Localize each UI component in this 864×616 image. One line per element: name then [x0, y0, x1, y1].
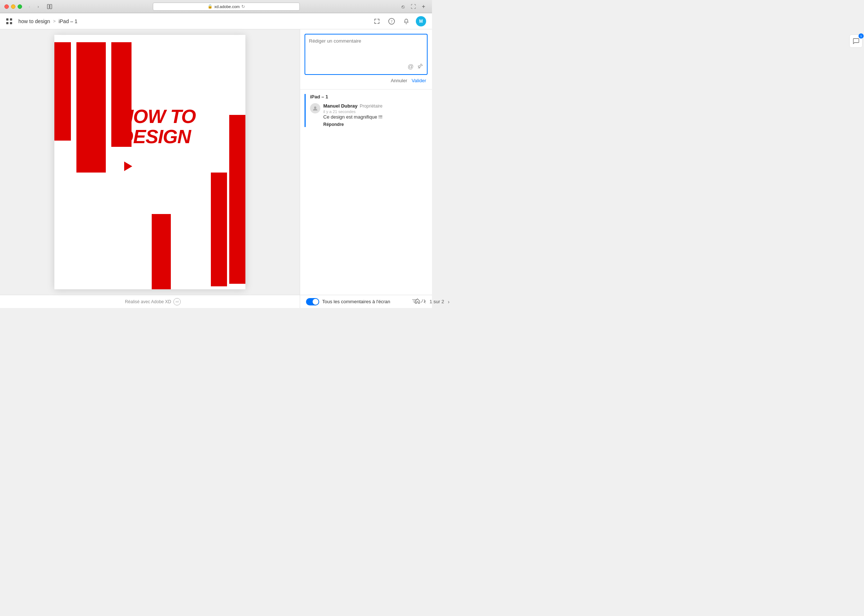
- lock-icon: 🔒: [208, 4, 213, 9]
- comment-time: il y a 21 secondes: [323, 109, 428, 114]
- comment-body: Manuel Dubray Propriétaire il y a 21 sec…: [323, 103, 428, 127]
- bottom-left-info: Réalisé avec Adobe XD xd: [119, 298, 181, 305]
- bottom-bar: Réalisé avec Adobe XD xd ‹ 1 sur 2 › Tou…: [0, 295, 432, 308]
- title-line2: DESIGN: [120, 127, 196, 147]
- cancel-button[interactable]: Annuler: [391, 78, 408, 83]
- app-header: how to design > iPad – 1 ? M: [0, 13, 432, 29]
- bell-button[interactable]: [401, 16, 411, 27]
- minimize-button[interactable]: [11, 5, 16, 9]
- comment-header: Manuel Dubray Propriétaire: [323, 103, 428, 108]
- comment-input-area: @ Annuler Valider: [300, 29, 432, 90]
- reply-button[interactable]: Répondre: [323, 122, 428, 127]
- address-bar[interactable]: 🔒 xd.adobe.com ↻: [153, 3, 300, 11]
- red-bar-1: [54, 42, 71, 141]
- validate-button[interactable]: Valider: [411, 78, 426, 83]
- maximize-button[interactable]: [17, 5, 22, 9]
- url-text: xd.adobe.com: [214, 5, 239, 9]
- commenter-avatar: [310, 103, 320, 113]
- grid-icon: [6, 18, 13, 25]
- comments-list: iPad – 1 Manuel Dubray Propriétaire: [300, 90, 432, 295]
- comment-author: Manuel Dubray: [323, 103, 357, 108]
- toggle-label: Tous les commentaires à l'écran: [306, 298, 390, 305]
- comment-item: Manuel Dubray Propriétaire il y a 21 sec…: [310, 103, 428, 127]
- svg-text:?: ?: [391, 19, 393, 24]
- svg-rect-1: [50, 5, 52, 9]
- prev-page-button[interactable]: ‹: [424, 299, 426, 305]
- breadcrumb-page[interactable]: iPad – 1: [58, 18, 77, 24]
- mention-button[interactable]: @: [408, 63, 414, 71]
- traffic-lights: [5, 5, 22, 9]
- red-bar-4: [229, 115, 246, 284]
- breadcrumb-project[interactable]: how to design: [18, 18, 50, 24]
- comment-submit-row: Annuler Valider: [305, 75, 428, 85]
- fullscreen-button[interactable]: ⛶: [409, 3, 417, 11]
- title-bar-right: ⎋ ⛶ +: [399, 3, 428, 11]
- canvas-area: HOW TO DESIGN: [0, 29, 300, 295]
- main-layout: HOW TO DESIGN @: [0, 29, 432, 295]
- comment-role: Propriétaire: [360, 104, 382, 108]
- comments-toggle[interactable]: [306, 298, 319, 305]
- user-avatar[interactable]: M: [416, 16, 426, 27]
- svg-point-9: [314, 107, 316, 108]
- new-tab-button[interactable]: +: [420, 3, 428, 11]
- svg-rect-2: [6, 18, 8, 20]
- home-button[interactable]: [414, 298, 420, 305]
- pin-button[interactable]: [417, 63, 423, 71]
- canvas-title: HOW TO DESIGN: [120, 107, 196, 146]
- forward-button[interactable]: ›: [35, 3, 42, 10]
- svg-rect-4: [6, 22, 8, 24]
- back-button[interactable]: ‹: [26, 3, 33, 10]
- page-info: 1 sur 2: [430, 299, 432, 304]
- share-button[interactable]: ⎋: [399, 3, 407, 11]
- title-bar: ‹ › 🔒 xd.adobe.com ↻ ⎋ ⛶ +: [0, 0, 432, 13]
- bottom-main: Réalisé avec Adobe XD xd ‹ 1 sur 2 ›: [0, 295, 300, 308]
- design-canvas: HOW TO DESIGN: [54, 35, 246, 289]
- svg-rect-3: [10, 18, 12, 20]
- header-right: ? M: [372, 16, 426, 27]
- comment-textarea-wrapper: @: [305, 34, 428, 75]
- red-bar-2: [76, 42, 106, 173]
- sidebar-toggle-button[interactable]: [46, 3, 54, 11]
- adobe-xd-logo-icon: xd: [173, 298, 181, 305]
- comment-text: Ce design est magnifique !!!: [323, 114, 428, 120]
- red-bar-5: [211, 173, 227, 286]
- expand-button[interactable]: [372, 16, 382, 27]
- svg-rect-5: [10, 22, 12, 24]
- title-line1: HOW TO: [120, 107, 196, 127]
- bottom-right-panel: Tous les commentaires à l'écran: [300, 295, 432, 308]
- made-with-label: Réalisé avec Adobe XD: [125, 299, 171, 304]
- section-label: iPad – 1: [310, 94, 428, 99]
- bottom-nav: ‹ 1 sur 2 ›: [414, 298, 432, 305]
- comment-section: iPad – 1 Manuel Dubray Propriétaire: [305, 94, 428, 127]
- svg-rect-0: [47, 5, 49, 9]
- toggle-knob: [313, 299, 318, 305]
- right-panel: @ Annuler Valider iPad – 1: [300, 29, 432, 295]
- close-button[interactable]: [5, 5, 9, 9]
- comment-textarea[interactable]: [309, 38, 423, 60]
- address-bar-container: 🔒 xd.adobe.com ↻: [54, 3, 399, 11]
- red-bar-6: [152, 214, 171, 289]
- play-button[interactable]: [124, 162, 132, 171]
- refresh-icon[interactable]: ↻: [241, 4, 245, 9]
- toggle-text: Tous les commentaires à l'écran: [322, 299, 390, 304]
- breadcrumb: how to design > iPad – 1: [6, 18, 77, 25]
- help-button[interactable]: ?: [386, 16, 397, 27]
- breadcrumb-separator: >: [53, 19, 55, 24]
